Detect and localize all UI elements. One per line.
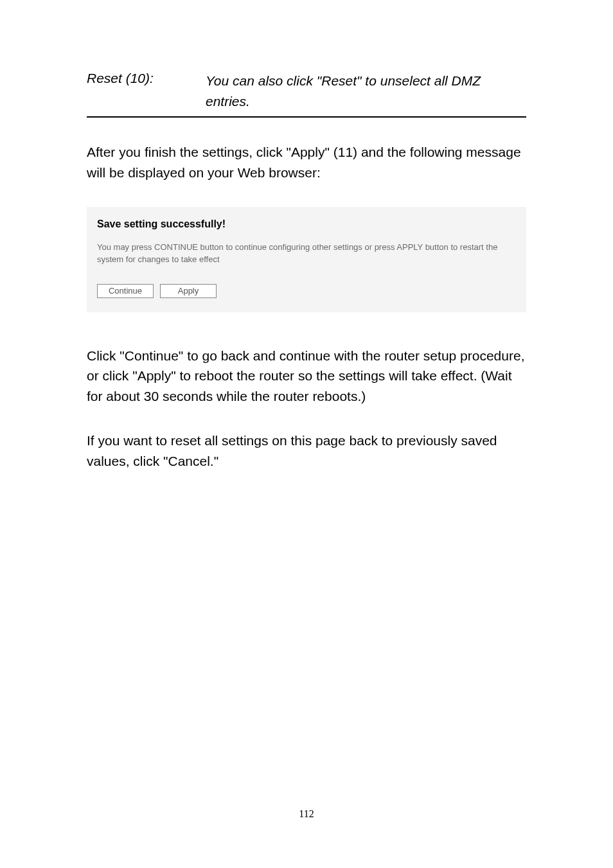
reset-label: Reset (10): [87,71,206,111]
save-setting-title: Save setting successfully! [97,218,516,230]
reset-description: You can also click "Reset" to unselect a… [206,71,526,111]
reset-definition-row: Reset (10): You can also click "Reset" t… [87,71,526,118]
save-setting-panel: Save setting successfully! You may press… [87,207,526,312]
instruction-paragraph-3: If you want to reset all settings on thi… [87,430,526,471]
instruction-paragraph-2: Click "Continue" to go back and continue… [87,346,526,407]
instruction-paragraph-1: After you finish the settings, click "Ap… [87,142,526,182]
apply-button[interactable]: Apply [160,284,217,298]
button-row: Continue Apply [97,284,516,298]
save-setting-description: You may press CONTINUE button to continu… [97,242,516,266]
page-number: 112 [0,808,613,820]
continue-button[interactable]: Continue [97,284,154,298]
